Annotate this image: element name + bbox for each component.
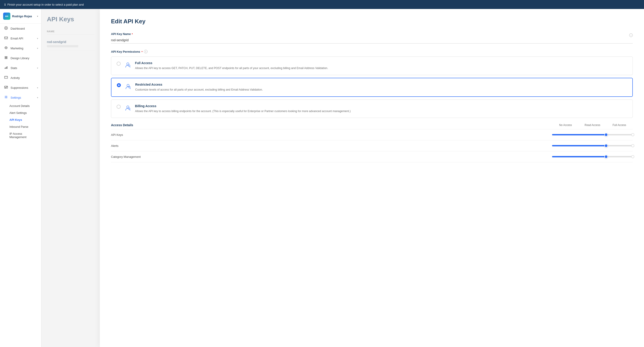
sidebar: RR Rodrigo Rojas ▾ Dashboard — [0, 9, 42, 347]
sidebar-item-label: Design Library — [10, 56, 29, 60]
access-row-name: Category Management — [111, 155, 552, 158]
sidebar-item-label: Email API — [10, 37, 23, 40]
svg-point-15 — [127, 84, 129, 86]
full-access-card[interactable]: Full Access Allows the API key to access… — [111, 56, 633, 75]
restricted-access-radio[interactable] — [117, 83, 121, 87]
key-mask — [47, 45, 78, 47]
api-keys-slider[interactable] — [552, 132, 633, 137]
sidebar-subitem-alert-settings[interactable]: Alert Settings — [0, 110, 41, 116]
sidebar-item-label: Settings — [10, 96, 21, 99]
full-access-title: Full Access — [135, 61, 627, 65]
sidebar-subitem-api-keys[interactable]: API Keys — [0, 116, 41, 123]
access-row-name: Alerts — [111, 144, 552, 148]
sidebar-subitem-label: API Keys — [10, 118, 22, 122]
slider-track — [552, 145, 633, 146]
access-row-alerts: Alerts — [111, 140, 633, 151]
slider-thumb[interactable] — [604, 133, 608, 136]
chevron-right-icon: ▾ — [37, 67, 38, 69]
sidebar-subitem-ip-access[interactable]: IP Access Management — [0, 130, 41, 140]
slider-fill — [552, 145, 606, 146]
svg-rect-6 — [5, 68, 6, 69]
access-row-api-keys: API Keys — [111, 129, 633, 140]
banner-text: Finish your account setup in order to se… — [8, 3, 84, 6]
svg-rect-7 — [6, 67, 6, 69]
slider-thumb[interactable] — [604, 155, 608, 158]
sidebar-item-email-api[interactable]: Email API ▾ — [0, 34, 41, 43]
access-details-header: Access Details No Access Read Access Ful… — [111, 123, 633, 129]
api-key-name-info-icon[interactable]: i — [629, 34, 633, 37]
edit-panel: Edit API Key API Key Name • i API Key Pe… — [100, 9, 644, 347]
billing-access-icon: $ — [124, 104, 132, 112]
dashboard-icon — [4, 26, 8, 31]
sidebar-item-label: Dashboard — [10, 27, 25, 30]
sidebar-subitem-account-details[interactable]: Account Details — [0, 102, 41, 110]
user-name: Rodrigo Rojas — [12, 14, 35, 18]
api-keys-page: API Keys NAME rod-sendgrid — [42, 9, 100, 347]
billing-access-info: Billing Access Allows the API key to acc… — [135, 104, 627, 114]
sidebar-item-stats[interactable]: Stats ▾ — [0, 63, 41, 73]
chevron-down-icon: ▾ — [37, 96, 38, 99]
chevron-right-icon: ▾ — [37, 37, 38, 40]
sidebar-user[interactable]: RR Rodrigo Rojas ▾ — [0, 9, 41, 24]
alerts-slider[interactable] — [552, 144, 633, 148]
sidebar-item-activity[interactable]: Activity — [0, 73, 41, 83]
access-details-section: Access Details No Access Read Access Ful… — [111, 123, 633, 162]
sidebar-subitem-label: IP Access Management — [10, 132, 26, 139]
sidebar-item-settings[interactable]: Settings ▾ — [0, 92, 41, 102]
access-row-name: API Keys — [111, 133, 552, 136]
restricted-access-desc: Customize levels of access for all parts… — [135, 88, 627, 92]
chevron-right-icon: ▾ — [37, 47, 38, 50]
sidebar-item-label: Suppressions — [10, 86, 28, 90]
page-title: API Keys — [47, 16, 94, 23]
svg-text:RR: RR — [5, 15, 8, 18]
activity-icon — [4, 76, 8, 80]
svg-point-2 — [4, 26, 8, 30]
permissions-label: API Key Permissions • i — [111, 50, 633, 53]
slider-end — [631, 133, 634, 136]
no-access-label: No Access — [552, 124, 579, 127]
full-access-desc: Allows the API key to access GET, PATCH,… — [135, 66, 627, 70]
api-key-name-field-wrapper: API Key Name • i — [111, 32, 633, 44]
sidebar-subitem-inbound-parse[interactable]: Inbound Parse — [0, 123, 41, 130]
sidebar-subitem-label: Inbound Parse — [10, 125, 28, 128]
billing-access-title: Billing Access — [135, 104, 627, 108]
api-key-name-input[interactable] — [111, 37, 633, 44]
slider-thumb[interactable] — [604, 144, 608, 148]
svg-rect-9 — [4, 76, 8, 78]
sidebar-subitem-label: Alert Settings — [10, 111, 27, 114]
slider-fill — [552, 156, 606, 157]
slider-track — [552, 134, 633, 136]
sidebar-item-design-library[interactable]: Design Library — [0, 53, 41, 63]
sidebar-item-label: Marketing — [10, 47, 23, 50]
billing-access-radio[interactable] — [116, 105, 121, 109]
main-content: API Keys NAME rod-sendgrid Edit API Key … — [42, 9, 644, 347]
full-access-radio[interactable] — [116, 62, 121, 66]
sidebar-item-suppressions[interactable]: Suppressions ▾ — [0, 83, 41, 92]
category-management-slider[interactable] — [552, 154, 633, 159]
svg-rect-8 — [7, 66, 8, 69]
email-api-icon — [4, 36, 8, 40]
restricted-access-info: Restricted Access Customize levels of ac… — [135, 83, 627, 92]
sidebar-item-marketing[interactable]: Marketing ▾ — [0, 43, 41, 53]
read-access-label: Read Access — [579, 124, 606, 127]
svg-point-17 — [127, 106, 129, 108]
sidebar-subitem-label: Account Details — [10, 104, 30, 108]
banner-info-icon: ℹ — [4, 3, 6, 6]
chevron-down-icon: ▾ — [37, 15, 38, 18]
billing-access-card[interactable]: $ Billing Access Allows the API key to a… — [111, 100, 633, 118]
permissions-info-icon[interactable]: i — [144, 50, 148, 53]
required-indicator: • — [132, 32, 133, 36]
svg-point-5 — [6, 47, 6, 48]
key-name: rod-sendgrid — [47, 40, 94, 44]
settings-icon — [4, 95, 8, 100]
slider-track — [552, 156, 633, 157]
sidebar-item-dashboard[interactable]: Dashboard — [0, 24, 41, 34]
billing-access-desc: Allows the API key to access billing end… — [135, 109, 627, 114]
restricted-access-title: Restricted Access — [135, 83, 627, 86]
top-banner: ℹ Finish your account setup in order to … — [0, 0, 644, 9]
restricted-access-card[interactable]: Restricted Access Customize levels of ac… — [111, 78, 633, 97]
restricted-access-icon — [124, 83, 132, 90]
full-access-info: Full Access Allows the API key to access… — [135, 61, 627, 70]
access-row-category-management: Category Management — [111, 151, 633, 162]
table-row[interactable]: rod-sendgrid — [47, 38, 94, 50]
